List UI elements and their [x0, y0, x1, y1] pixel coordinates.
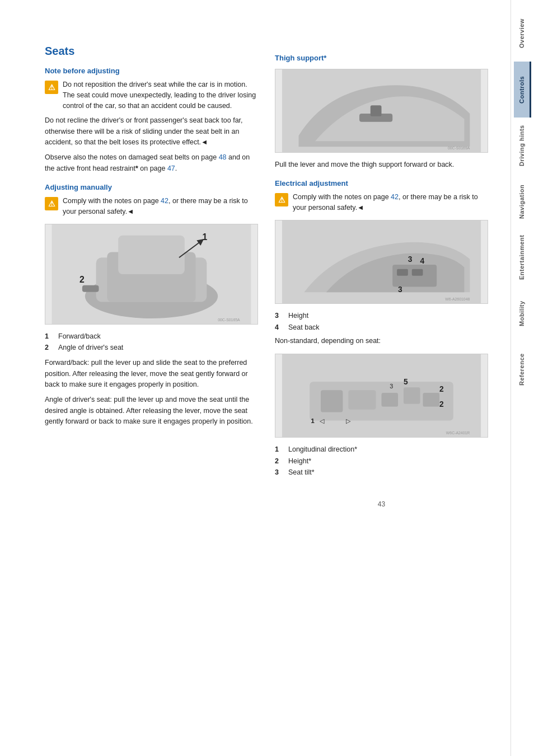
main-content: Seats Note before adjusting ⚠ Do not rep…: [0, 0, 510, 756]
electrical-image-2: 1 ◁ ▷ 2 2 5 3 W6C-A2401R: [275, 354, 488, 438]
svg-rect-4: [118, 235, 185, 274]
warning-icon-3: ⚠: [275, 193, 288, 206]
svg-text:00C-S0165A: 00C-S0165A: [218, 318, 240, 322]
ns-item-1: 1 Longitudinal direction*: [275, 444, 488, 455]
list-item-2: 2 Angle of driver's seat: [45, 342, 258, 353]
svg-rect-17: [412, 269, 423, 276]
sidebar-tab-reference[interactable]: Reference: [514, 341, 531, 397]
svg-rect-12: [371, 105, 382, 116]
thigh-support-title: Thigh support*: [275, 54, 488, 62]
manual-seat-image: 1 2 00C-S0165A: [45, 224, 258, 325]
ns-num-3: 3: [275, 467, 284, 478]
svg-text:2: 2: [79, 274, 85, 284]
svg-text:1: 1: [202, 232, 207, 241]
ns-text-2: Height*: [288, 456, 311, 467]
list-num-2: 2: [45, 342, 54, 353]
ns-num-2: 2: [275, 456, 284, 467]
elec-num-4: 4: [275, 322, 284, 333]
warning-text-3: Comply with the notes on page 42, or the…: [293, 192, 488, 213]
electrical-list-main: 3 Height 4 Seat back: [275, 311, 488, 333]
non-standard-list: 1 Longitudinal direction* 2 Height* 3 Se…: [275, 444, 488, 478]
ns-num-1: 1: [275, 444, 284, 455]
sidebar-tab-navigation[interactable]: Navigation: [514, 173, 531, 229]
adjusting-manually-title: Adjusting manually: [45, 183, 258, 191]
svg-rect-16: [397, 269, 408, 276]
left-column: Seats Note before adjusting ⚠ Do not rep…: [45, 45, 258, 734]
section-title: Seats: [45, 45, 258, 58]
note-para-2: Observe also the notes on damaged seat b…: [45, 152, 258, 174]
svg-text:3: 3: [408, 255, 413, 264]
warning-text-2: Comply with the notes on page 42, or the…: [63, 196, 258, 217]
manual-para-2: Angle of driver's seat: pull the lever u…: [45, 395, 258, 427]
svg-rect-15: [392, 265, 437, 287]
elec-text-3: Height: [288, 311, 308, 321]
elec-text-4: Seat back: [288, 322, 320, 333]
svg-text:5: 5: [404, 377, 408, 386]
svg-rect-25: [348, 390, 376, 410]
warning-text-1: Do not reposition the driver's seat whil…: [63, 79, 258, 111]
link-42-right[interactable]: 42: [391, 193, 399, 201]
electrical-image-1: 4 3 3 W6-A2601048: [275, 220, 488, 304]
page-wrapper: Seats Note before adjusting ⚠ Do not rep…: [0, 0, 534, 756]
svg-text:◁: ◁: [320, 417, 325, 424]
warning-icon-2: ⚠: [45, 197, 58, 210]
note-para-1: Do not recline the driver's or front pas…: [45, 115, 258, 148]
list-text-2: Angle of driver's seat: [58, 342, 123, 353]
sidebar: Overview Controls Driving hints Navigati…: [510, 0, 534, 756]
adjusting-manually-warning: ⚠ Comply with the notes on page 42, or t…: [45, 196, 258, 217]
manual-list: 1 Forward/back 2 Angle of driver's seat: [45, 331, 258, 354]
note-before-adjusting-warning: ⚠ Do not reposition the driver's seat wh…: [45, 79, 258, 111]
ns-item-2: 2 Height*: [275, 456, 488, 467]
link-47[interactable]: 47: [167, 165, 175, 172]
electrical-warning: ⚠ Comply with the notes on page 42, or t…: [275, 192, 488, 213]
svg-text:2: 2: [439, 399, 444, 408]
ns-text-3: Seat tilt*: [288, 467, 315, 478]
sidebar-tab-driving-hints[interactable]: Driving hints: [514, 118, 531, 173]
svg-text:3: 3: [390, 383, 393, 389]
svg-text:▷: ▷: [346, 417, 351, 424]
elec-item-3: 3 Height: [275, 311, 488, 321]
note-before-adjusting-title: Note before adjusting: [45, 67, 258, 75]
svg-text:W6C-A2401R: W6C-A2401R: [446, 431, 470, 435]
thigh-support-para: Pull the lever and move the thigh suppor…: [275, 159, 488, 170]
svg-text:1: 1: [311, 417, 315, 425]
list-item-1: 1 Forward/back: [45, 331, 258, 342]
sidebar-tab-entertainment[interactable]: Entertainment: [514, 229, 531, 285]
link-48[interactable]: 48: [219, 153, 227, 161]
svg-text:4: 4: [420, 256, 425, 265]
warning-icon-1: ⚠: [45, 81, 58, 94]
svg-rect-28: [423, 393, 440, 407]
svg-rect-26: [382, 393, 399, 407]
sidebar-tab-mobility[interactable]: Mobility: [514, 285, 531, 341]
link-42-left[interactable]: 42: [161, 197, 168, 205]
sidebar-tab-controls[interactable]: Controls: [514, 62, 531, 118]
svg-rect-7: [82, 285, 99, 292]
svg-rect-24: [321, 390, 343, 412]
list-text-1: Forward/back: [58, 331, 101, 342]
list-num-1: 1: [45, 331, 54, 342]
page-number: 43: [275, 500, 488, 508]
ns-text-1: Longitudinal direction*: [288, 444, 357, 455]
svg-text:00C-S0169A: 00C-S0169A: [448, 146, 470, 150]
electrical-adjustment-title: Electrical adjustment: [275, 179, 488, 187]
elec-num-3: 3: [275, 311, 284, 321]
svg-text:W6-A2601048: W6-A2601048: [445, 297, 470, 301]
svg-text:3: 3: [398, 285, 402, 294]
sidebar-tab-overview[interactable]: Overview: [514, 6, 531, 62]
svg-text:2: 2: [439, 384, 444, 393]
thigh-support-image: 00C-S0169A: [275, 69, 488, 153]
manual-para-1: Forward/back: pull the lever up and slid…: [45, 358, 258, 390]
right-column: Thigh support* 00C-S0169A Pull the lever…: [275, 45, 488, 734]
elec-item-4: 4 Seat back: [275, 322, 488, 333]
svg-rect-27: [404, 387, 420, 404]
non-standard-label: Non-standard, depending on seat:: [275, 336, 488, 346]
ns-item-3: 3 Seat tilt*: [275, 467, 488, 478]
